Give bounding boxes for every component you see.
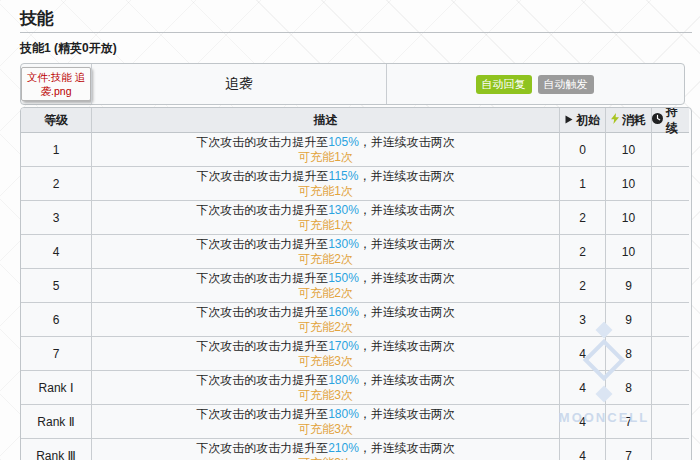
sp-recovery-badge: 自动回复 — [476, 75, 532, 94]
description-cell: 下次攻击的攻击力提升至210%，并连续攻击两次 可充能3次 — [91, 439, 559, 460]
initial-sp-cell: 0 — [559, 133, 605, 167]
description-cell: 下次攻击的攻击力提升至130%，并连续攻击两次 可充能1次 — [91, 201, 559, 235]
duration-cell — [651, 167, 689, 201]
duration-cell — [651, 405, 689, 439]
duration-cell — [651, 201, 689, 235]
sp-cost-cell: 10 — [605, 201, 651, 235]
attack-percent: 105% — [328, 135, 359, 149]
play-icon — [565, 113, 573, 127]
lightning-icon — [611, 113, 619, 127]
duration-cell — [651, 439, 689, 460]
initial-sp-cell: 2 — [559, 269, 605, 303]
attack-percent: 130% — [328, 203, 359, 217]
page-content: 技能 技能1 (精英0开放) 文件:技能 追袭.png 追袭 自动回复 自动触发… — [20, 0, 692, 460]
sp-cost-cell: 10 — [605, 133, 651, 167]
description-cell: 下次攻击的攻击力提升至115%，并连续攻击两次 可充能1次 — [91, 167, 559, 201]
level-cell: 3 — [21, 201, 91, 235]
description-cell: 下次攻击的攻击力提升至180%，并连续攻击两次 可充能3次 — [91, 405, 559, 439]
level-cell: 1 — [21, 133, 91, 167]
skill-icon-cell: 文件:技能 追袭.png — [21, 64, 91, 104]
charge-count: 可充能1次 — [298, 218, 353, 233]
initial-sp-cell: 4 — [559, 337, 605, 371]
attack-percent: 180% — [328, 407, 359, 421]
clock-icon — [652, 113, 663, 127]
level-cell: Rank Ⅰ — [21, 371, 91, 405]
duration-cell — [651, 371, 689, 405]
initial-sp-cell: 2 — [559, 235, 605, 269]
description-cell: 下次攻击的攻击力提升至170%，并连续攻击两次 可充能3次 — [91, 337, 559, 371]
broken-file-link[interactable]: 文件:技能 追袭.png — [21, 67, 91, 101]
level-cell: Rank Ⅲ — [21, 439, 91, 460]
initial-sp-cell: 4 — [559, 439, 605, 460]
duration-cell — [651, 269, 689, 303]
header-level: 等级 — [21, 108, 91, 133]
sp-cost-cell: 9 — [605, 303, 651, 337]
skill-info-table: 文件:技能 追袭.png 追袭 自动回复 自动触发 — [20, 63, 685, 105]
level-cell: 6 — [21, 303, 91, 337]
level-cell: 7 — [21, 337, 91, 371]
header-initial-sp: 初始 — [559, 108, 605, 133]
initial-sp-cell: 4 — [559, 405, 605, 439]
skill-name: 追袭 — [225, 75, 253, 93]
page-title: 技能 — [20, 9, 692, 33]
initial-sp-cell: 2 — [559, 201, 605, 235]
trigger-type-badge: 自动触发 — [538, 75, 594, 94]
attack-percent: 150% — [328, 271, 359, 285]
level-cell: 2 — [21, 167, 91, 201]
skill-tags-cell: 自动回复 自动触发 — [386, 64, 682, 104]
skill-name-cell: 追袭 — [91, 64, 386, 104]
header-duration: 持续 — [651, 108, 689, 133]
level-cell: 5 — [21, 269, 91, 303]
attack-percent: 170% — [328, 339, 359, 353]
sp-cost-cell: 7 — [605, 405, 651, 439]
charge-count: 可充能3次 — [298, 422, 353, 437]
skill-levels-table: 等级 描述 初始 消耗 持续 1 下次攻击的攻击力提升至105%，并连续攻击两次… — [20, 107, 692, 460]
attack-percent: 160% — [328, 305, 359, 319]
skill-slot-subheading: 技能1 (精英0开放) — [20, 40, 692, 57]
initial-sp-cell: 3 — [559, 303, 605, 337]
attack-percent: 210% — [328, 441, 359, 455]
sp-cost-cell: 8 — [605, 337, 651, 371]
level-cell: 4 — [21, 235, 91, 269]
duration-cell — [651, 337, 689, 371]
description-cell: 下次攻击的攻击力提升至160%，并连续攻击两次 可充能2次 — [91, 303, 559, 337]
charge-count: 可充能3次 — [298, 456, 353, 460]
description-cell: 下次攻击的攻击力提升至105%，并连续攻击两次 可充能1次 — [91, 133, 559, 167]
duration-cell — [651, 235, 689, 269]
sp-cost-cell: 10 — [605, 167, 651, 201]
initial-sp-cell: 4 — [559, 371, 605, 405]
skill-badges: 自动回复 自动触发 — [476, 75, 594, 94]
charge-count: 可充能1次 — [298, 184, 353, 199]
sp-cost-cell: 10 — [605, 235, 651, 269]
attack-percent: 130% — [328, 237, 359, 251]
duration-cell — [651, 303, 689, 337]
charge-count: 可充能2次 — [298, 286, 353, 301]
description-cell: 下次攻击的攻击力提升至180%，并连续攻击两次 可充能3次 — [91, 371, 559, 405]
sp-cost-cell: 8 — [605, 371, 651, 405]
description-cell: 下次攻击的攻击力提升至130%，并连续攻击两次 可充能2次 — [91, 235, 559, 269]
charge-count: 可充能3次 — [298, 354, 353, 369]
description-cell: 下次攻击的攻击力提升至150%，并连续攻击两次 可充能2次 — [91, 269, 559, 303]
sp-cost-cell: 9 — [605, 269, 651, 303]
charge-count: 可充能3次 — [298, 388, 353, 403]
charge-count: 可充能2次 — [298, 252, 353, 267]
duration-cell — [651, 133, 689, 167]
charge-count: 可充能1次 — [298, 150, 353, 165]
attack-percent: 115% — [329, 169, 359, 183]
initial-sp-cell: 1 — [559, 167, 605, 201]
attack-percent: 180% — [328, 373, 359, 387]
charge-count: 可充能2次 — [298, 320, 353, 335]
level-cell: Rank Ⅱ — [21, 405, 91, 439]
header-description: 描述 — [91, 108, 559, 133]
header-sp-cost: 消耗 — [605, 108, 651, 133]
sp-cost-cell: 7 — [605, 439, 651, 460]
